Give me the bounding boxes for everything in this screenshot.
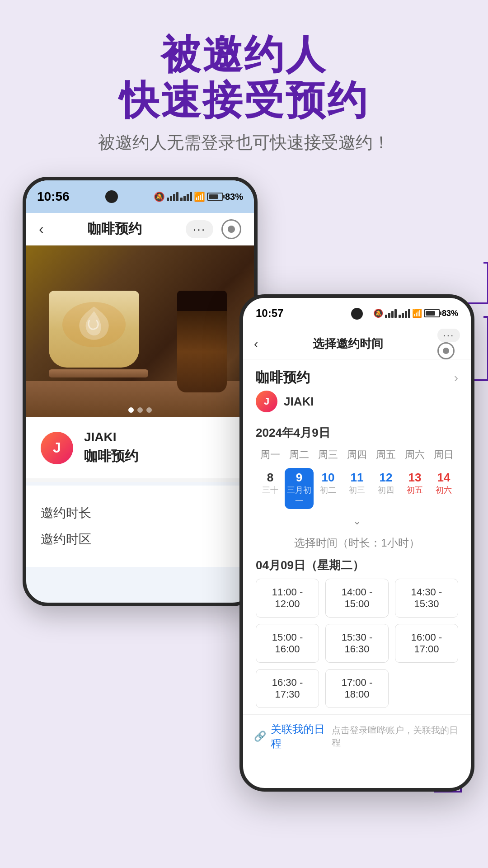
status-bar-front: 10:57 🔕 📶 [243, 298, 471, 329]
sub-title: 被邀约人无需登录也可快速接受邀约！ [0, 131, 488, 154]
back-button-back[interactable]: ‹ [39, 221, 44, 237]
back-button-front[interactable]: ‹ [254, 337, 258, 351]
target-button-back[interactable] [221, 219, 241, 239]
more-button-front[interactable]: ··· [437, 328, 460, 342]
signal-bars-front2 [399, 309, 410, 318]
time-slot-2[interactable]: 14:00 - 15:00 [325, 579, 389, 618]
phone-back: 10:56 🔕 📶 [23, 177, 258, 606]
booking-header: 咖啡预约 › [256, 359, 458, 391]
expand-button[interactable]: ⌄ [256, 512, 458, 531]
time-slot-1[interactable]: 11:00 - 12:00 [256, 579, 319, 618]
host-avatar: J [256, 391, 277, 412]
camera-dot-back [105, 190, 118, 203]
expand-icon: ⌄ [353, 515, 361, 527]
time-slot-4[interactable]: 15:00 - 16:00 [256, 624, 319, 663]
cal-day-12[interactable]: 12 初四 [371, 468, 400, 509]
nav-title-back: 咖啡预约 [88, 220, 142, 238]
time-back: 10:56 [37, 189, 70, 204]
main-title: 被邀约人 快速接受预约 [0, 32, 488, 123]
user-info: JIAKI 咖啡预约 [84, 430, 138, 466]
date-row-label: 04月09日（星期二） [256, 553, 458, 579]
week-day-sun: 周日 [429, 448, 458, 462]
signal-bars [167, 192, 178, 201]
link-schedule-button[interactable]: 🔗 关联我的日程 [254, 722, 332, 751]
battery-pct-front: 83% [442, 309, 458, 318]
phone-front: 10:57 🔕 📶 [239, 294, 474, 792]
time-front: 10:57 [256, 307, 283, 320]
time-slot-3[interactable]: 14:30 - 15:30 [395, 579, 458, 618]
cal-day-14[interactable]: 14 初六 [429, 468, 458, 509]
user-name-back: JIAKI [84, 430, 138, 444]
signal-bars2 [180, 192, 192, 201]
week-header: 周一 周二 周三 周四 周五 周六 周日 [256, 444, 458, 465]
cal-day-13[interactable]: 13 初五 [400, 468, 429, 509]
host-name-front: JIAKI [284, 395, 314, 409]
battery-icon-back [207, 193, 223, 201]
chevron-right-icon: › [454, 371, 458, 385]
cal-day-11[interactable]: 11 初三 [343, 468, 371, 509]
booking-title-back: 咖啡预约 [84, 447, 138, 466]
latte-cup [49, 291, 139, 390]
battery-pct-back: 83% [225, 192, 243, 202]
wifi-icon2: 📶 [412, 308, 422, 318]
week-day-thu: 周四 [343, 448, 371, 462]
image-dots [128, 407, 152, 413]
week-day-fri: 周五 [371, 448, 400, 462]
host-row: J JIAKI [256, 391, 458, 420]
phones-container: 10:56 🔕 📶 [0, 168, 488, 819]
signal-text2: 🔕 [373, 308, 383, 318]
signal-bars-front [385, 309, 397, 318]
link-schedule-label: 关联我的日程 [271, 722, 332, 751]
nav-bar-back: ‹ 咖啡预约 ··· [26, 213, 254, 245]
target-button-front[interactable] [437, 342, 455, 359]
nav-bar-front: ‹ 选择邀约时间 ··· [243, 329, 471, 359]
week-day-tue: 周二 [285, 448, 314, 462]
date-label: 2024年4月9日 [256, 420, 458, 444]
detail-duration: 邀约时长 [41, 500, 239, 526]
wifi-icon: 📶 [194, 191, 205, 202]
status-icons-front: 🔕 📶 83% [373, 308, 458, 318]
booking-name-front: 咖啡预约 [256, 368, 310, 387]
cal-day-8[interactable]: 8 三十 [256, 468, 285, 509]
status-icons-back: 🔕 📶 83% [154, 191, 243, 202]
signal-text: 🔕 [154, 191, 165, 202]
week-day-sat: 周六 [400, 448, 429, 462]
cal-day-9[interactable]: 9 三月初一 [285, 468, 314, 509]
status-bar-back: 10:56 🔕 📶 [26, 180, 254, 213]
link-icon: 🔗 [254, 731, 266, 742]
time-slots-grid: 11:00 - 12:00 14:00 - 15:00 14:30 - 15:3… [256, 579, 458, 714]
time-slot-8[interactable]: 17:00 - 18:00 [325, 669, 389, 708]
login-hint: 点击登录喧哗账户，关联我的日程 [332, 724, 460, 749]
details-card: 邀约时长 邀约时区 [26, 486, 254, 567]
bottom-bar: 🔗 关联我的日程 点击登录喧哗账户，关联我的日程 [243, 714, 471, 758]
detail-timezone: 邀约时区 [41, 526, 239, 552]
nav-title-front: 选择邀约时间 [313, 336, 383, 352]
time-slot-5[interactable]: 15:30 - 16:30 [325, 624, 389, 663]
week-day-wed: 周三 [314, 448, 343, 462]
iced-cup [177, 291, 227, 395]
battery-icon-front [424, 309, 440, 317]
coffee-image [26, 245, 254, 417]
cal-day-10[interactable]: 10 初二 [314, 468, 343, 509]
avatar-back: J [41, 432, 73, 464]
time-select-label: 选择时间（时长：1小时） [256, 531, 458, 553]
user-card: J JIAKI 咖啡预约 [26, 417, 254, 482]
time-slot-6[interactable]: 16:00 - 17:00 [395, 624, 458, 663]
content-area: 咖啡预约 › J JIAKI 2024年4月9日 周一 周二 周三 周四 周五 … [243, 359, 471, 714]
header-section: 被邀约人 快速接受预约 被邀约人无需登录也可快速接受邀约！ [0, 0, 488, 168]
calendar-row: 8 三十 9 三月初一 10 初二 11 初三 12 初四 [256, 465, 458, 512]
more-button-back[interactable]: ··· [186, 220, 213, 238]
nav-icons-front: ··· [437, 328, 460, 359]
nav-icons-back: ··· [186, 219, 241, 239]
time-slot-7[interactable]: 16:30 - 17:30 [256, 669, 319, 708]
week-day-mon: 周一 [256, 448, 285, 462]
camera-dot-front [351, 308, 363, 320]
